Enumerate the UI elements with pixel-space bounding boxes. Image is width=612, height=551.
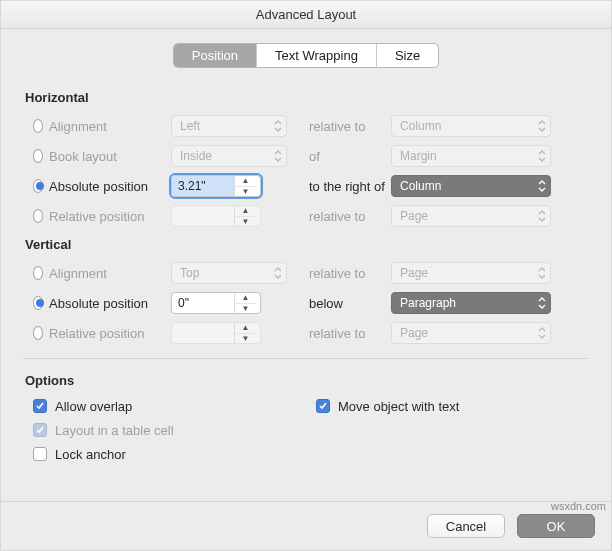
input-v-rel[interactable]: ▲ ▼ <box>171 322 261 344</box>
label-v-alignment: Alignment <box>43 266 171 281</box>
chevron-updown-icon <box>538 120 546 132</box>
combo-h-book-rel-value: Margin <box>400 149 437 163</box>
label-v-abs: Absolute position <box>43 296 171 311</box>
label-h-rel: Relative position <box>43 209 171 224</box>
checkbox-layout-cell <box>33 423 47 437</box>
combo-v-alignment-value: Top <box>180 266 199 280</box>
dialog-window: Advanced Layout Position Text Wrapping S… <box>0 0 612 551</box>
chevron-updown-icon <box>538 150 546 162</box>
combo-h-book[interactable]: Inside <box>171 145 287 167</box>
dialog-title: Advanced Layout <box>1 1 611 29</box>
label-h-book-rel: of <box>291 149 391 164</box>
chevron-updown-icon <box>538 267 546 279</box>
tab-size[interactable]: Size <box>377 44 438 67</box>
combo-v-abs-rel-value: Paragraph <box>400 296 456 310</box>
chevron-updown-icon <box>538 180 546 192</box>
stepper-up-icon[interactable]: ▲ <box>235 293 256 304</box>
stepper-down-icon[interactable]: ▼ <box>235 187 256 197</box>
row-v-alignment: Alignment Top relative to Page <box>23 258 589 288</box>
input-v-abs[interactable]: ▲ ▼ <box>171 292 261 314</box>
tab-text-wrapping[interactable]: Text Wrapping <box>257 44 377 67</box>
combo-h-alignment[interactable]: Left <box>171 115 287 137</box>
row-v-abs: Absolute position ▲ ▼ below Paragraph <box>23 288 589 318</box>
label-v-rel: Relative position <box>43 326 171 341</box>
radio-v-abs[interactable] <box>33 296 43 310</box>
chevron-updown-icon <box>538 297 546 309</box>
vertical-heading: Vertical <box>25 237 589 252</box>
label-v-abs-rel: below <box>291 296 391 311</box>
input-h-rel-field[interactable] <box>172 206 234 226</box>
input-v-abs-field[interactable] <box>172 293 234 313</box>
combo-h-book-value: Inside <box>180 149 212 163</box>
combo-v-alignment[interactable]: Top <box>171 262 287 284</box>
label-v-alignment-rel: relative to <box>291 266 391 281</box>
label-v-rel-rel: relative to <box>291 326 391 341</box>
input-h-rel[interactable]: ▲ ▼ <box>171 205 261 227</box>
label-h-abs-rel: to the right of <box>291 179 391 194</box>
chevron-updown-icon <box>274 120 282 132</box>
combo-h-abs-rel-value: Column <box>400 179 441 193</box>
cancel-button[interactable]: Cancel <box>427 514 505 538</box>
combo-v-alignment-rel[interactable]: Page <box>391 262 551 284</box>
row-h-abs: Absolute position ▲ ▼ to the right of Co… <box>23 171 589 201</box>
label-h-abs: Absolute position <box>43 179 171 194</box>
horizontal-heading: Horizontal <box>25 90 589 105</box>
check-move-text-row: Move object with text <box>306 394 589 418</box>
combo-v-alignment-rel-value: Page <box>400 266 428 280</box>
dialog-body: Position Text Wrapping Size Horizontal A… <box>1 29 611 501</box>
label-layout-cell: Layout in a table cell <box>55 423 174 438</box>
divider <box>23 358 589 359</box>
radio-v-alignment[interactable] <box>33 266 43 280</box>
stepper-down-icon[interactable]: ▼ <box>235 217 256 227</box>
combo-h-alignment-rel[interactable]: Column <box>391 115 551 137</box>
radio-v-rel[interactable] <box>33 326 43 340</box>
combo-h-alignment-value: Left <box>180 119 200 133</box>
radio-h-abs[interactable] <box>33 179 43 193</box>
radio-h-rel[interactable] <box>33 209 43 223</box>
checkbox-lock-anchor[interactable] <box>33 447 47 461</box>
watermark: wsxdn.com <box>551 500 606 512</box>
combo-v-rel-rel[interactable]: Page <box>391 322 551 344</box>
input-h-abs[interactable]: ▲ ▼ <box>171 175 261 197</box>
chevron-updown-icon <box>538 210 546 222</box>
options-heading: Options <box>25 373 589 388</box>
check-layout-cell-row: Layout in a table cell <box>23 418 306 442</box>
combo-h-rel-rel[interactable]: Page <box>391 205 551 227</box>
combo-h-book-rel[interactable]: Margin <box>391 145 551 167</box>
row-h-rel: Relative position ▲ ▼ relative to Page <box>23 201 589 231</box>
input-h-abs-field[interactable] <box>172 176 234 196</box>
combo-h-alignment-rel-value: Column <box>400 119 441 133</box>
tab-bar: Position Text Wrapping Size <box>23 43 589 68</box>
combo-v-abs-rel[interactable]: Paragraph <box>391 292 551 314</box>
label-h-rel-rel: relative to <box>291 209 391 224</box>
label-h-alignment-rel: relative to <box>291 119 391 134</box>
input-v-rel-field[interactable] <box>172 323 234 343</box>
dialog-footer: Cancel OK <box>1 501 611 550</box>
label-move-text: Move object with text <box>338 399 459 414</box>
combo-h-rel-rel-value: Page <box>400 209 428 223</box>
label-h-book: Book layout <box>43 149 171 164</box>
stepper-down-icon[interactable]: ▼ <box>235 334 256 344</box>
chevron-updown-icon <box>274 150 282 162</box>
stepper-up-icon[interactable]: ▲ <box>235 323 256 334</box>
tab-position[interactable]: Position <box>174 44 257 67</box>
chevron-updown-icon <box>538 327 546 339</box>
radio-h-book[interactable] <box>33 149 43 163</box>
stepper-up-icon[interactable]: ▲ <box>235 206 256 217</box>
segmented-tabs: Position Text Wrapping Size <box>173 43 439 68</box>
options-columns: Allow overlap Layout in a table cell Loc… <box>23 394 589 466</box>
checkbox-move-text[interactable] <box>316 399 330 413</box>
combo-v-rel-rel-value: Page <box>400 326 428 340</box>
label-h-alignment: Alignment <box>43 119 171 134</box>
chevron-updown-icon <box>274 267 282 279</box>
check-allow-overlap-row: Allow overlap <box>23 394 306 418</box>
label-lock-anchor: Lock anchor <box>55 447 126 462</box>
stepper-up-icon[interactable]: ▲ <box>235 176 256 187</box>
row-v-rel: Relative position ▲ ▼ relative to Page <box>23 318 589 348</box>
row-h-alignment: Alignment Left relative to Column <box>23 111 589 141</box>
radio-h-alignment[interactable] <box>33 119 43 133</box>
ok-button[interactable]: OK <box>517 514 595 538</box>
checkbox-allow-overlap[interactable] <box>33 399 47 413</box>
combo-h-abs-rel[interactable]: Column <box>391 175 551 197</box>
stepper-down-icon[interactable]: ▼ <box>235 304 256 314</box>
